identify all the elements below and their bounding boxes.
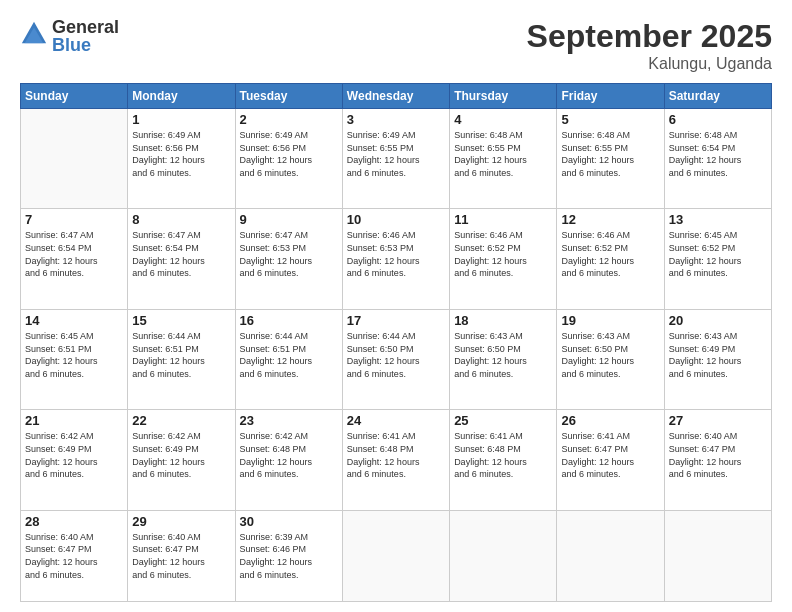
sunset-text: Sunset: 6:55 PM bbox=[347, 142, 445, 155]
day-number: 5 bbox=[561, 112, 659, 127]
day-number: 30 bbox=[240, 514, 338, 529]
sunrise-text: Sunrise: 6:46 AM bbox=[454, 229, 552, 242]
day-info: Sunrise: 6:43 AMSunset: 6:50 PMDaylight:… bbox=[561, 330, 659, 380]
sunset-text: Sunset: 6:51 PM bbox=[25, 343, 123, 356]
daylight-text: and 6 minutes. bbox=[25, 569, 123, 582]
table-row: 28Sunrise: 6:40 AMSunset: 6:47 PMDayligh… bbox=[21, 510, 128, 601]
sunrise-text: Sunrise: 6:41 AM bbox=[561, 430, 659, 443]
day-info: Sunrise: 6:43 AMSunset: 6:50 PMDaylight:… bbox=[454, 330, 552, 380]
day-number: 18 bbox=[454, 313, 552, 328]
daylight-text: Daylight: 12 hours bbox=[347, 154, 445, 167]
sunrise-text: Sunrise: 6:47 AM bbox=[132, 229, 230, 242]
sunrise-text: Sunrise: 6:48 AM bbox=[561, 129, 659, 142]
day-number: 16 bbox=[240, 313, 338, 328]
table-row: 27Sunrise: 6:40 AMSunset: 6:47 PMDayligh… bbox=[664, 410, 771, 510]
day-info: Sunrise: 6:47 AMSunset: 6:53 PMDaylight:… bbox=[240, 229, 338, 279]
table-row: 14Sunrise: 6:45 AMSunset: 6:51 PMDayligh… bbox=[21, 309, 128, 409]
table-row: 24Sunrise: 6:41 AMSunset: 6:48 PMDayligh… bbox=[342, 410, 449, 510]
sunset-text: Sunset: 6:47 PM bbox=[132, 543, 230, 556]
day-number: 15 bbox=[132, 313, 230, 328]
logo: General Blue bbox=[20, 18, 119, 54]
daylight-text: Daylight: 12 hours bbox=[25, 456, 123, 469]
location-subtitle: Kalungu, Uganda bbox=[527, 55, 772, 73]
daylight-text: and 6 minutes. bbox=[454, 468, 552, 481]
day-info: Sunrise: 6:48 AMSunset: 6:55 PMDaylight:… bbox=[454, 129, 552, 179]
daylight-text: and 6 minutes. bbox=[25, 267, 123, 280]
sunrise-text: Sunrise: 6:49 AM bbox=[240, 129, 338, 142]
table-row: 25Sunrise: 6:41 AMSunset: 6:48 PMDayligh… bbox=[450, 410, 557, 510]
table-row: 19Sunrise: 6:43 AMSunset: 6:50 PMDayligh… bbox=[557, 309, 664, 409]
daylight-text: Daylight: 12 hours bbox=[240, 556, 338, 569]
daylight-text: and 6 minutes. bbox=[132, 267, 230, 280]
logo-text: General Blue bbox=[52, 18, 119, 54]
daylight-text: Daylight: 12 hours bbox=[25, 255, 123, 268]
day-info: Sunrise: 6:47 AMSunset: 6:54 PMDaylight:… bbox=[25, 229, 123, 279]
day-info: Sunrise: 6:49 AMSunset: 6:56 PMDaylight:… bbox=[132, 129, 230, 179]
daylight-text: Daylight: 12 hours bbox=[132, 556, 230, 569]
table-row: 6Sunrise: 6:48 AMSunset: 6:54 PMDaylight… bbox=[664, 109, 771, 209]
day-info: Sunrise: 6:44 AMSunset: 6:50 PMDaylight:… bbox=[347, 330, 445, 380]
logo-icon bbox=[20, 20, 48, 48]
sunset-text: Sunset: 6:52 PM bbox=[561, 242, 659, 255]
daylight-text: Daylight: 12 hours bbox=[561, 456, 659, 469]
table-row: 21Sunrise: 6:42 AMSunset: 6:49 PMDayligh… bbox=[21, 410, 128, 510]
sunset-text: Sunset: 6:52 PM bbox=[454, 242, 552, 255]
daylight-text: and 6 minutes. bbox=[669, 167, 767, 180]
sunset-text: Sunset: 6:47 PM bbox=[669, 443, 767, 456]
daylight-text: Daylight: 12 hours bbox=[132, 355, 230, 368]
daylight-text: and 6 minutes. bbox=[25, 368, 123, 381]
daylight-text: Daylight: 12 hours bbox=[240, 355, 338, 368]
day-number: 28 bbox=[25, 514, 123, 529]
day-number: 27 bbox=[669, 413, 767, 428]
table-row bbox=[342, 510, 449, 601]
daylight-text: and 6 minutes. bbox=[561, 468, 659, 481]
table-row: 17Sunrise: 6:44 AMSunset: 6:50 PMDayligh… bbox=[342, 309, 449, 409]
day-info: Sunrise: 6:42 AMSunset: 6:48 PMDaylight:… bbox=[240, 430, 338, 480]
col-friday: Friday bbox=[557, 84, 664, 109]
day-number: 22 bbox=[132, 413, 230, 428]
day-info: Sunrise: 6:46 AMSunset: 6:53 PMDaylight:… bbox=[347, 229, 445, 279]
sunrise-text: Sunrise: 6:47 AM bbox=[25, 229, 123, 242]
sunset-text: Sunset: 6:51 PM bbox=[132, 343, 230, 356]
sunset-text: Sunset: 6:47 PM bbox=[25, 543, 123, 556]
day-number: 29 bbox=[132, 514, 230, 529]
sunset-text: Sunset: 6:49 PM bbox=[132, 443, 230, 456]
daylight-text: and 6 minutes. bbox=[669, 468, 767, 481]
sunrise-text: Sunrise: 6:44 AM bbox=[132, 330, 230, 343]
table-row: 30Sunrise: 6:39 AMSunset: 6:46 PMDayligh… bbox=[235, 510, 342, 601]
sunrise-text: Sunrise: 6:40 AM bbox=[25, 531, 123, 544]
day-number: 4 bbox=[454, 112, 552, 127]
daylight-text: Daylight: 12 hours bbox=[25, 355, 123, 368]
day-info: Sunrise: 6:41 AMSunset: 6:48 PMDaylight:… bbox=[454, 430, 552, 480]
col-sunday: Sunday bbox=[21, 84, 128, 109]
daylight-text: and 6 minutes. bbox=[240, 267, 338, 280]
table-row: 10Sunrise: 6:46 AMSunset: 6:53 PMDayligh… bbox=[342, 209, 449, 309]
daylight-text: and 6 minutes. bbox=[454, 368, 552, 381]
sunset-text: Sunset: 6:53 PM bbox=[240, 242, 338, 255]
table-row: 4Sunrise: 6:48 AMSunset: 6:55 PMDaylight… bbox=[450, 109, 557, 209]
daylight-text: Daylight: 12 hours bbox=[454, 255, 552, 268]
sunrise-text: Sunrise: 6:43 AM bbox=[454, 330, 552, 343]
daylight-text: Daylight: 12 hours bbox=[132, 456, 230, 469]
table-row: 1Sunrise: 6:49 AMSunset: 6:56 PMDaylight… bbox=[128, 109, 235, 209]
table-row: 26Sunrise: 6:41 AMSunset: 6:47 PMDayligh… bbox=[557, 410, 664, 510]
sunset-text: Sunset: 6:48 PM bbox=[454, 443, 552, 456]
day-info: Sunrise: 6:44 AMSunset: 6:51 PMDaylight:… bbox=[132, 330, 230, 380]
day-number: 23 bbox=[240, 413, 338, 428]
sunrise-text: Sunrise: 6:44 AM bbox=[240, 330, 338, 343]
day-number: 2 bbox=[240, 112, 338, 127]
sunrise-text: Sunrise: 6:40 AM bbox=[669, 430, 767, 443]
daylight-text: and 6 minutes. bbox=[669, 267, 767, 280]
col-monday: Monday bbox=[128, 84, 235, 109]
table-row: 12Sunrise: 6:46 AMSunset: 6:52 PMDayligh… bbox=[557, 209, 664, 309]
daylight-text: and 6 minutes. bbox=[240, 167, 338, 180]
day-number: 21 bbox=[25, 413, 123, 428]
day-info: Sunrise: 6:40 AMSunset: 6:47 PMDaylight:… bbox=[132, 531, 230, 581]
table-row: 9Sunrise: 6:47 AMSunset: 6:53 PMDaylight… bbox=[235, 209, 342, 309]
daylight-text: and 6 minutes. bbox=[240, 468, 338, 481]
daylight-text: Daylight: 12 hours bbox=[454, 456, 552, 469]
day-number: 1 bbox=[132, 112, 230, 127]
day-info: Sunrise: 6:40 AMSunset: 6:47 PMDaylight:… bbox=[669, 430, 767, 480]
sunrise-text: Sunrise: 6:42 AM bbox=[240, 430, 338, 443]
sunrise-text: Sunrise: 6:43 AM bbox=[561, 330, 659, 343]
